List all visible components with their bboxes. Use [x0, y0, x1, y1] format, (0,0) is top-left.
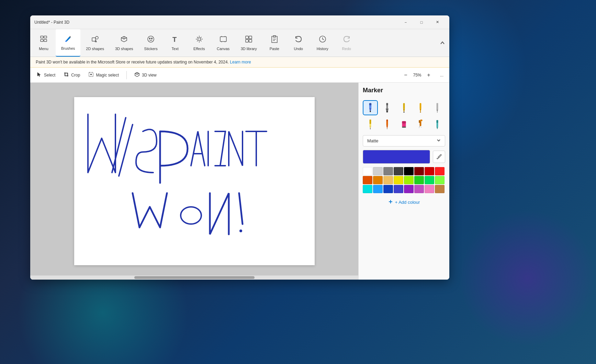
titlebar: Untitled* - Paint 3D − □ ✕	[30, 15, 449, 29]
text-icon: T	[171, 35, 179, 45]
color-red[interactable]	[425, 167, 434, 175]
svg-marker-63	[437, 127, 438, 129]
brush-tool-oil[interactable]	[396, 100, 412, 115]
color-lime[interactable]	[435, 176, 445, 184]
brush-tool-crayon[interactable]	[430, 117, 445, 132]
color-lightblue[interactable]	[373, 185, 383, 193]
color-pink[interactable]	[425, 185, 434, 193]
brush-tool-pen[interactable]	[380, 117, 395, 132]
view3d-tool[interactable]: 3D view	[131, 70, 160, 81]
close-button[interactable]: ✕	[429, 17, 445, 28]
svg-point-26	[239, 230, 242, 232]
right-panel: Marker	[358, 83, 449, 280]
brush-tool-pencil[interactable]	[363, 117, 378, 132]
tab-text[interactable]: T Text	[163, 29, 187, 57]
color-lightorange[interactable]	[383, 176, 393, 184]
svg-rect-13	[220, 37, 226, 42]
color-green2[interactable]	[425, 176, 434, 184]
learn-more-link[interactable]: Learn more	[230, 60, 251, 64]
current-color-swatch[interactable]	[363, 150, 430, 164]
style-dropdown[interactable]: Matte	[363, 135, 445, 146]
color-white[interactable]	[363, 167, 372, 175]
canvas-wrapper[interactable]	[30, 83, 358, 280]
3dshapes-icon	[120, 35, 128, 45]
color-darkred[interactable]	[414, 167, 424, 175]
svg-rect-2	[41, 39, 43, 42]
svg-rect-0	[41, 36, 43, 38]
tab-3dshapes[interactable]: 3D shapes	[110, 29, 139, 57]
minimize-button[interactable]: −	[398, 17, 414, 28]
color-darkorange[interactable]	[373, 176, 383, 184]
drawing-canvas[interactable]	[74, 97, 315, 265]
panel-title: Marker	[363, 87, 445, 97]
horizontal-scrollbar[interactable]	[30, 275, 358, 280]
brush-tool-marker[interactable]	[363, 100, 378, 115]
tab-menu-label: Menu	[39, 47, 48, 51]
tab-history[interactable]: History	[311, 29, 335, 57]
color-gray[interactable]	[383, 167, 393, 175]
color-brightgreen[interactable]	[414, 176, 424, 184]
crop-tool[interactable]: Crop	[60, 70, 83, 81]
svg-text:T: T	[172, 36, 177, 43]
svg-marker-33	[386, 108, 389, 111]
tab-canvas[interactable]: Canvas	[211, 29, 235, 57]
tab-3dshapes-label: 3D shapes	[115, 47, 133, 51]
svg-rect-41	[437, 103, 438, 110]
color-blue[interactable]	[383, 185, 393, 193]
main-area: Marker	[30, 83, 449, 280]
svg-rect-19	[273, 36, 276, 37]
plus-icon	[388, 199, 393, 205]
cursor-tool[interactable]: Select	[33, 70, 59, 81]
more-options-button[interactable]: ...	[437, 70, 447, 80]
svg-point-10	[151, 38, 153, 39]
tab-3dlibrary[interactable]: 3D library	[235, 29, 262, 57]
color-yellow-green[interactable]	[404, 176, 414, 184]
color-black[interactable]	[404, 167, 414, 175]
zoom-level: 75%	[411, 73, 423, 78]
3dlibrary-icon	[245, 35, 253, 45]
color-lightgray[interactable]	[373, 167, 383, 175]
info-banner-text: Paint 3D won't be available in the Micro…	[36, 60, 251, 64]
brush-tool-pencil2[interactable]	[430, 100, 445, 115]
zoom-out-button[interactable]: −	[402, 71, 410, 79]
svg-point-6	[95, 36, 98, 39]
svg-rect-56	[419, 120, 420, 123]
tab-brushes-label: Brushes	[61, 46, 75, 50]
svg-point-9	[149, 38, 150, 39]
color-brightred[interactable]	[435, 167, 445, 175]
scrollbar-thumb[interactable]	[134, 276, 255, 279]
window-controls: − □ ✕	[398, 17, 445, 28]
tab-menu[interactable]: Menu	[32, 29, 56, 57]
tab-brushes[interactable]: Brushes	[56, 29, 80, 57]
tab-paste[interactable]: Paste	[262, 29, 286, 57]
toolbar: Select Crop Magic select	[30, 68, 449, 83]
ribbon-collapse-button[interactable]	[440, 29, 448, 57]
color-magenta[interactable]	[414, 185, 424, 193]
magic-select-tool[interactable]: Magic select	[85, 70, 122, 81]
tab-effects[interactable]: Effects	[187, 29, 211, 57]
tab-stickers[interactable]: Stickers	[139, 29, 163, 57]
history-icon	[318, 35, 327, 45]
brush-tool-calligraphy[interactable]	[380, 100, 395, 115]
brush-tool-watercolor[interactable]	[413, 100, 428, 115]
color-yellow[interactable]	[394, 176, 403, 184]
color-brown[interactable]	[435, 185, 445, 193]
tab-redo[interactable]: Redo	[335, 29, 359, 57]
color-orange[interactable]	[363, 176, 372, 184]
tab-2dshapes[interactable]: 2D shapes	[80, 29, 110, 57]
brush-tool-spray[interactable]	[413, 117, 428, 132]
color-navy[interactable]	[394, 185, 403, 193]
brush-tool-eraser[interactable]	[396, 117, 412, 132]
effects-icon	[195, 35, 203, 45]
maximize-button[interactable]: □	[414, 17, 429, 28]
crop-label: Crop	[71, 73, 80, 78]
svg-rect-54	[402, 127, 406, 128]
add-colour-button[interactable]: + Add colour	[363, 197, 445, 208]
eyedropper-button[interactable]	[433, 151, 445, 163]
color-darkgray[interactable]	[394, 167, 403, 175]
tab-undo[interactable]: Undo	[286, 29, 311, 57]
zoom-in-button[interactable]: +	[425, 71, 433, 79]
svg-rect-17	[249, 39, 252, 42]
color-cyan[interactable]	[363, 185, 372, 193]
color-purple[interactable]	[404, 185, 414, 193]
